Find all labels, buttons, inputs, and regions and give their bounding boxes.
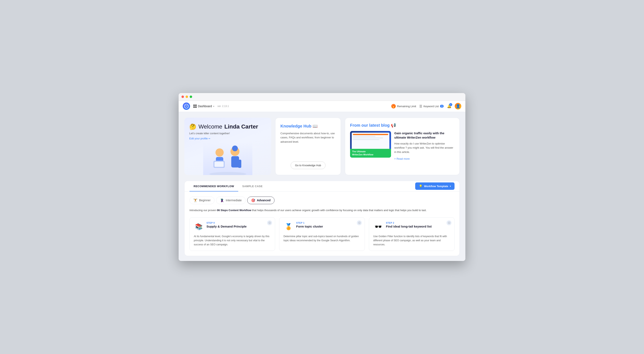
template-chevron-icon: ▾ xyxy=(450,185,451,187)
notification-button[interactable]: 🔔 1 xyxy=(447,104,452,108)
edit-profile-link[interactable]: Edit your profile xyxy=(189,137,266,140)
title-bar xyxy=(178,93,466,101)
remaining-limit-button[interactable]: 🔥 Remaining Limit xyxy=(391,104,416,108)
remaining-icon: 🔥 xyxy=(391,104,396,108)
welcome-emoji: 🤔 xyxy=(189,123,196,130)
workflow-body: 🏋️ Beginner 🦹 Intermediate 🎯 Advanced In… xyxy=(184,192,460,256)
step-2-header: 🕶️ STEP 2 Find ideal long-tail keyword l… xyxy=(373,222,450,231)
workflow-template-label: Workflow Template xyxy=(424,185,448,188)
keyword-list-label: Keyword List xyxy=(424,105,438,108)
welcome-greeting: Welcome xyxy=(198,123,222,130)
step-1-desc: Determine pillar topic and sub-topics ba… xyxy=(284,234,360,242)
step-2-number: STEP 2 xyxy=(386,222,432,224)
welcome-name: Linda Carter xyxy=(224,123,258,130)
dashboard-label: Dashboard xyxy=(198,105,212,108)
blog-thumb-line3 xyxy=(353,138,383,138)
keyword-list-button[interactable]: ☰ Keyword List 3 xyxy=(419,104,444,108)
tab-recommended-workflow[interactable]: RECOMMENDED WORKFLOW xyxy=(190,181,238,191)
blog-article-desc: How exactly do I use WriterZen to optimi… xyxy=(394,142,454,154)
blog-thumbnail-overlay: The Ultimate WriterZen Workflow xyxy=(350,149,391,158)
level-tab-intermediate[interactable]: 🦹 Intermediate xyxy=(216,197,246,204)
knowledge-hub-card: Knowledge Hub 📖 Comprehensive documents … xyxy=(275,118,341,175)
chevron-right-icon: » xyxy=(394,157,396,160)
notification-badge: 1 xyxy=(449,103,452,106)
step-1-info-icon[interactable]: ⓘ xyxy=(357,220,362,225)
close-button[interactable] xyxy=(182,96,184,98)
knowledge-hub-title: Knowledge Hub 📖 xyxy=(280,124,336,129)
knowledge-hub-description: Comprehensive documents about how-to, us… xyxy=(280,131,336,157)
step-2-icon: 🕶️ xyxy=(373,222,383,231)
step-0-desc: At its fundamental level, Google's econo… xyxy=(194,234,271,247)
blog-thumb-line4 xyxy=(353,139,379,140)
app-logo[interactable] xyxy=(183,103,190,110)
remaining-limit-label: Remaining Limit xyxy=(397,105,416,108)
main-content: 🤔 Welcome Linda Carter Let's create kill… xyxy=(178,112,466,261)
blog-card: From our latest blog 📢 The Ultimate Wri xyxy=(345,118,460,175)
blog-overlay-line2: WriterZen Workflow xyxy=(352,153,389,156)
lightbulb-icon: 💡 xyxy=(419,184,422,188)
edit-profile-label: Edit your profile xyxy=(189,137,208,140)
step-card-2: ⓘ 🕶️ STEP 2 Find ideal long-tail keyword… xyxy=(369,217,454,251)
svg-point-2 xyxy=(216,148,224,157)
top-row: 🤔 Welcome Linda Carter Let's create kill… xyxy=(184,118,460,175)
blog-thumbnail: The Ultimate WriterZen Workflow xyxy=(350,131,391,158)
intro-bold: 06 Steps Content Workflow xyxy=(217,209,251,212)
go-to-knowledge-hub-button[interactable]: Go to Knowledge Hub xyxy=(291,162,325,169)
blog-inner: The Ultimate WriterZen Workflow Gain org… xyxy=(350,131,454,160)
welcome-card: 🤔 Welcome Linda Carter Let's create kill… xyxy=(184,118,271,175)
grid-icon xyxy=(193,105,197,108)
blog-article-title: Gain organic traffic easily with the ult… xyxy=(394,131,454,140)
blog-content: Gain organic traffic easily with the ult… xyxy=(394,131,454,160)
beginner-label: Beginner xyxy=(199,199,210,202)
beginner-emoji: 🏋️ xyxy=(193,198,198,202)
user-avatar[interactable]: 👤 xyxy=(455,103,461,110)
workflow-section: RECOMMENDED WORKFLOW SAMPLE CASE 💡 Workf… xyxy=(184,181,460,256)
step-0-header: 📚 STEP 0 Supply & Demand Principle xyxy=(194,222,271,231)
keyword-list-badge: 3 xyxy=(440,105,444,108)
edit-icon xyxy=(208,137,210,140)
step-cards: ⓘ 📚 STEP 0 Supply & Demand Principle At … xyxy=(190,217,454,251)
intro-text: Introducing our proven xyxy=(190,209,216,212)
list-icon: ☰ xyxy=(419,104,422,108)
step-1-title-block: STEP 1 Form topic cluster xyxy=(296,222,323,229)
svg-rect-8 xyxy=(231,156,239,167)
illustration-placeholder xyxy=(203,142,252,175)
step-1-header: 🏅 STEP 1 Form topic cluster xyxy=(284,222,360,231)
advanced-label: Advanced xyxy=(257,199,270,202)
advanced-emoji: 🎯 xyxy=(251,198,255,202)
tab-sample-label: SAMPLE CASE xyxy=(242,185,262,188)
version-label: ver. 2.13.1 xyxy=(218,105,229,108)
step-card-1: ⓘ 🏅 STEP 1 Form topic cluster Determine … xyxy=(279,217,365,251)
welcome-subtitle: Let's create killer content together! xyxy=(189,132,266,135)
read-more-link[interactable]: » Read more xyxy=(394,157,454,160)
tab-recommended-label: RECOMMENDED WORKFLOW xyxy=(194,185,234,188)
read-more-label: Read more xyxy=(396,157,410,160)
level-tab-beginner[interactable]: 🏋️ Beginner xyxy=(190,197,214,204)
step-0-info-icon[interactable]: ⓘ xyxy=(267,220,272,225)
blog-thumb-line2 xyxy=(353,136,376,137)
tab-sample-case[interactable]: SAMPLE CASE xyxy=(238,181,267,191)
blog-title: From our latest blog 📢 xyxy=(350,123,454,128)
step-1-number: STEP 1 xyxy=(296,222,323,224)
svg-rect-5 xyxy=(214,162,224,167)
step-1-icon: 🏅 xyxy=(284,222,293,231)
step-card-0: ⓘ 📚 STEP 0 Supply & Demand Principle At … xyxy=(190,217,275,251)
step-2-info-icon[interactable]: ⓘ xyxy=(446,220,452,225)
step-2-title: Find ideal long-tail keyword list xyxy=(386,224,432,229)
workflow-tabs: RECOMMENDED WORKFLOW SAMPLE CASE 💡 Workf… xyxy=(184,181,460,192)
step-0-title: Supply & Demand Principle xyxy=(206,224,246,229)
maximize-button[interactable] xyxy=(190,96,192,98)
chevron-down-icon: ▾ xyxy=(213,105,214,107)
workflow-template-button[interactable]: 💡 Workflow Template ▾ xyxy=(415,182,454,190)
svg-point-7 xyxy=(232,146,238,151)
workflow-intro: Introducing our proven 06 Steps Content … xyxy=(190,208,454,213)
level-tab-advanced[interactable]: 🎯 Advanced xyxy=(247,197,274,204)
minimize-button[interactable] xyxy=(186,96,188,98)
step-2-desc: Use Golden Filter function to identify l… xyxy=(373,234,450,247)
step-0-title-block: STEP 0 Supply & Demand Principle xyxy=(206,222,246,229)
step-2-title-block: STEP 2 Find ideal long-tail keyword list xyxy=(386,222,432,229)
welcome-illustration xyxy=(203,142,252,175)
svg-rect-9 xyxy=(238,160,241,168)
step-0-icon: 📚 xyxy=(194,222,204,231)
dashboard-nav[interactable]: Dashboard ▾ xyxy=(193,105,214,108)
